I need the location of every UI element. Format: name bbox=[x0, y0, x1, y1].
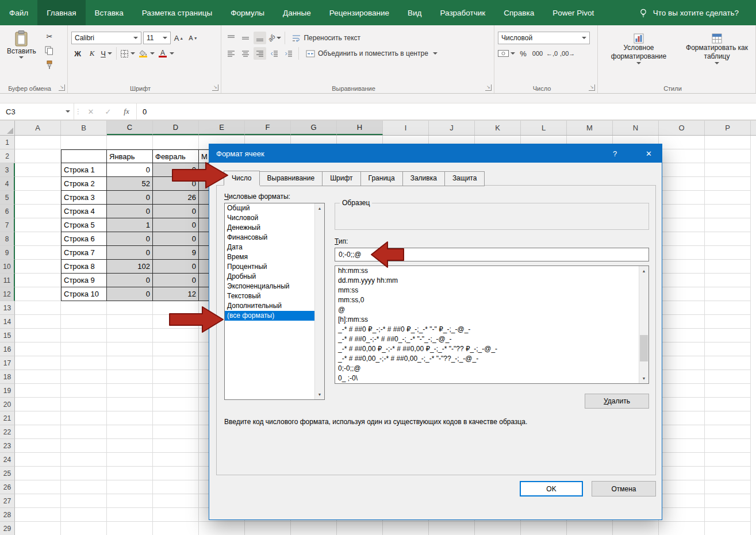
category-item-Числовой[interactable]: Числовой bbox=[225, 213, 314, 223]
cell-D21[interactable] bbox=[153, 411, 199, 425]
cell-D6[interactable]: 0 bbox=[153, 205, 199, 218]
cell-O21[interactable] bbox=[659, 411, 705, 425]
cell-A2[interactable] bbox=[15, 149, 61, 163]
cell-P28[interactable] bbox=[705, 508, 751, 522]
cell-D17[interactable] bbox=[153, 356, 199, 370]
dialog-tab-Число[interactable]: Число bbox=[224, 171, 260, 186]
name-box[interactable]: C3 bbox=[0, 103, 62, 120]
cell-O18[interactable] bbox=[659, 370, 705, 384]
conditional-formatting-button[interactable]: Условное форматирование bbox=[601, 32, 676, 66]
cell-A10[interactable] bbox=[15, 260, 61, 274]
ribbon-tab-Power Pivot[interactable]: Power Pivot bbox=[543, 0, 603, 25]
cell-O9[interactable] bbox=[659, 246, 705, 260]
row-header-20[interactable]: 20 bbox=[0, 398, 15, 411]
format-code-item[interactable]: _-* # ##0 ₽_-;-* # ##0 ₽_-;_-* "-" ₽_-;_… bbox=[335, 325, 639, 334]
cell-D28[interactable] bbox=[153, 508, 199, 522]
cell-A17[interactable] bbox=[15, 356, 61, 370]
cell-B3[interactable]: Строка 1 bbox=[61, 163, 107, 177]
row-header-3[interactable]: 3 bbox=[0, 163, 15, 177]
cell-F29[interactable] bbox=[245, 522, 291, 535]
formula-input[interactable]: 0 bbox=[136, 103, 756, 120]
cell-O6[interactable] bbox=[659, 205, 705, 218]
cell-C2[interactable]: Январь bbox=[107, 149, 153, 163]
category-item-Время[interactable]: Время bbox=[225, 252, 314, 262]
cell-O29[interactable] bbox=[659, 522, 705, 535]
cell-B29[interactable] bbox=[61, 522, 107, 535]
cell-P5[interactable] bbox=[705, 191, 751, 205]
column-header-J[interactable]: J bbox=[429, 121, 475, 135]
cell-P3[interactable] bbox=[705, 163, 751, 177]
cell-D15[interactable] bbox=[153, 329, 199, 342]
delete-button[interactable]: Удалить bbox=[585, 394, 649, 409]
ribbon-tab-Разработчик[interactable]: Разработчик bbox=[431, 0, 494, 25]
cell-C1[interactable] bbox=[107, 136, 153, 149]
row-header-16[interactable]: 16 bbox=[0, 342, 15, 356]
cell-A3[interactable] bbox=[15, 163, 61, 177]
cell-N29[interactable] bbox=[613, 522, 659, 535]
cell-A25[interactable] bbox=[15, 467, 61, 480]
dialog-title-bar[interactable]: Формат ячеек ? ✕ bbox=[209, 144, 662, 163]
cell-P26[interactable] bbox=[705, 480, 751, 494]
format-code-item[interactable]: mm:ss,0 bbox=[335, 295, 639, 305]
cell-I29[interactable] bbox=[383, 522, 429, 535]
column-header-D[interactable]: D bbox=[153, 121, 199, 135]
cell-O27[interactable] bbox=[659, 494, 705, 508]
cell-D10[interactable]: 0 bbox=[153, 260, 199, 274]
cell-O4[interactable] bbox=[659, 177, 705, 191]
cell-O25[interactable] bbox=[659, 467, 705, 480]
cell-C9[interactable]: 0 bbox=[107, 246, 153, 260]
cell-B28[interactable] bbox=[61, 508, 107, 522]
cell-P4[interactable] bbox=[705, 177, 751, 191]
comma-style-button[interactable]: 000 bbox=[531, 47, 544, 60]
cell-C11[interactable]: 0 bbox=[107, 274, 153, 287]
insert-function-button[interactable]: fx bbox=[117, 107, 136, 116]
cell-O11[interactable] bbox=[659, 274, 705, 287]
cell-D22[interactable] bbox=[153, 425, 199, 439]
dialog-help-button[interactable]: ? bbox=[602, 144, 628, 163]
cell-D29[interactable] bbox=[153, 522, 199, 535]
cell-C17[interactable] bbox=[107, 356, 153, 370]
category-item-Финансовый[interactable]: Финансовый bbox=[225, 233, 314, 243]
category-item-Дополнительный[interactable]: Дополнительный bbox=[225, 301, 314, 311]
cell-E29[interactable] bbox=[199, 522, 245, 535]
font-color-button[interactable]: А bbox=[156, 47, 169, 60]
category-item-Процентный[interactable]: Процентный bbox=[225, 262, 314, 272]
merge-center-button[interactable]: Объединить и поместить в центре bbox=[302, 47, 441, 60]
decrease-decimal-button[interactable]: ,00→ bbox=[560, 47, 575, 60]
row-header-24[interactable]: 24 bbox=[0, 453, 15, 467]
cell-A5[interactable] bbox=[15, 191, 61, 205]
cell-O15[interactable] bbox=[659, 329, 705, 342]
row-header-6[interactable]: 6 bbox=[0, 205, 15, 218]
cell-L29[interactable] bbox=[521, 522, 567, 535]
row-header-2[interactable]: 2 bbox=[0, 149, 15, 163]
cell-B21[interactable] bbox=[61, 411, 107, 425]
copy-button[interactable] bbox=[43, 44, 56, 57]
cell-B11[interactable]: Строка 9 bbox=[61, 274, 107, 287]
row-header-10[interactable]: 10 bbox=[0, 260, 15, 274]
column-header-I[interactable]: I bbox=[383, 121, 429, 135]
align-center-button[interactable] bbox=[239, 47, 252, 60]
ribbon-tab-Рецензирование[interactable]: Рецензирование bbox=[320, 0, 398, 25]
category-item-Общий[interactable]: Общий bbox=[225, 203, 314, 213]
cell-A22[interactable] bbox=[15, 425, 61, 439]
cell-C3[interactable]: 0 bbox=[107, 163, 153, 177]
row-header-22[interactable]: 22 bbox=[0, 425, 15, 439]
align-bottom-button[interactable] bbox=[254, 32, 266, 44]
category-item-Дата[interactable]: Дата bbox=[225, 243, 314, 252]
cell-O10[interactable] bbox=[659, 260, 705, 274]
cell-B2[interactable] bbox=[61, 149, 107, 163]
cell-H29[interactable] bbox=[337, 522, 383, 535]
cell-O26[interactable] bbox=[659, 480, 705, 494]
cancel-entry-button[interactable]: ✕ bbox=[82, 107, 99, 116]
cell-O16[interactable] bbox=[659, 342, 705, 356]
cell-C15[interactable] bbox=[107, 329, 153, 342]
cell-P19[interactable] bbox=[705, 384, 751, 398]
category-item-Экспоненциальный[interactable]: Экспоненциальный bbox=[225, 282, 314, 291]
cell-D26[interactable] bbox=[153, 480, 199, 494]
cell-A11[interactable] bbox=[15, 274, 61, 287]
cell-P16[interactable] bbox=[705, 342, 751, 356]
cell-D11[interactable]: 0 bbox=[153, 274, 199, 287]
font-name-select[interactable]: Calibri bbox=[71, 32, 141, 44]
row-header-9[interactable]: 9 bbox=[0, 246, 15, 260]
cell-B10[interactable]: Строка 8 bbox=[61, 260, 107, 274]
